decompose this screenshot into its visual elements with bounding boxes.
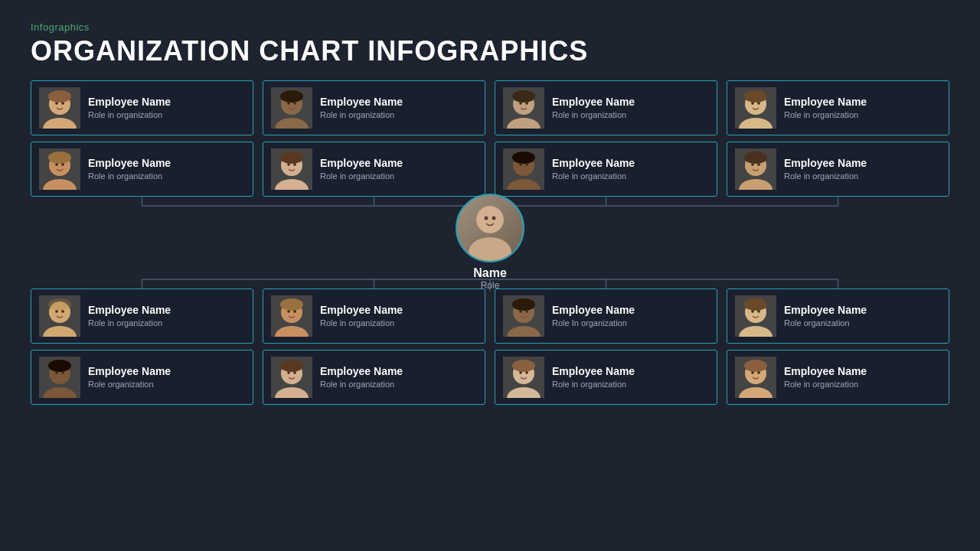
emp-role: Role in organization	[320, 318, 477, 328]
emp-avatar	[735, 148, 776, 190]
svg-point-53	[751, 102, 754, 105]
svg-point-24	[61, 163, 64, 166]
emp-avatar	[503, 148, 544, 190]
svg-point-111	[744, 360, 767, 372]
bottom-column-2: Employee NameRole In organization Employ…	[495, 289, 717, 405]
svg-point-42	[525, 102, 528, 105]
bottom-section: Employee NameRole in organization Employ…	[31, 289, 949, 405]
emp-avatar	[39, 357, 80, 398]
emp-name: Employee Name	[552, 304, 709, 317]
svg-point-29	[287, 102, 290, 105]
emp-info: Employee NameRole in organization	[88, 96, 245, 119]
emp-info: Employee NameRole in organization	[320, 304, 477, 328]
svg-point-83	[293, 310, 296, 313]
emp-avatar	[271, 87, 312, 129]
emp-role: Role organization	[784, 318, 941, 328]
center-avatar-svg	[457, 195, 523, 261]
emp-role: Role in organization	[784, 171, 941, 181]
emp-role: Role in organization	[320, 110, 477, 119]
emp-info: Employee NameRole In organization	[552, 304, 709, 328]
svg-point-18	[61, 102, 64, 105]
emp-info: Employee NameRole in organization	[552, 96, 709, 119]
svg-point-62	[469, 237, 511, 261]
emp-name: Employee Name	[784, 304, 941, 317]
emp-role: Role in organization	[552, 171, 709, 181]
emp-avatar	[735, 295, 776, 337]
svg-point-69	[48, 298, 71, 311]
top-column-2: Employee NameRole in organization Employ…	[495, 80, 717, 197]
header: Infographics ORGANIZATION CHART INFOGRAP…	[31, 21, 949, 67]
center-avatar	[456, 194, 524, 262]
svg-point-41	[519, 102, 522, 105]
emp-info: Employee NameRole in organization	[784, 157, 941, 181]
emp-info: Employee NameRole in organization	[320, 96, 477, 119]
emp-card: Employee NameRole organization	[727, 289, 949, 344]
svg-point-75	[48, 360, 71, 372]
svg-point-105	[744, 298, 767, 311]
emp-role: Role in organization	[88, 318, 245, 328]
svg-point-59	[751, 163, 754, 166]
svg-point-70	[55, 310, 58, 313]
emp-avatar	[503, 87, 544, 129]
emp-info: Employee NameRole organization	[88, 365, 245, 389]
emp-role: Role organization	[88, 380, 245, 389]
svg-point-35	[287, 163, 290, 166]
emp-name: Employee Name	[320, 365, 477, 378]
top-column-0: Employee NameRole in organization Employ…	[31, 80, 253, 197]
emp-card: Employee NameRole In organization	[495, 289, 717, 344]
center-area: Name Role	[31, 197, 949, 289]
emp-name: Employee Name	[320, 304, 477, 317]
emp-name: Employee Name	[88, 157, 245, 170]
svg-point-81	[280, 298, 303, 311]
svg-point-76	[55, 371, 58, 374]
svg-point-106	[751, 310, 754, 313]
emp-name: Employee Name	[552, 96, 709, 109]
emp-avatar	[271, 357, 312, 398]
top-column-1: Employee NameRole in organization Employ…	[263, 80, 485, 197]
emp-info: Employee NameRole in organization	[784, 96, 941, 119]
emp-info: Employee NameRole in organization	[320, 157, 477, 181]
emp-name: Employee Name	[552, 365, 709, 378]
svg-point-89	[293, 371, 296, 374]
svg-point-113	[757, 371, 760, 374]
svg-point-65	[492, 217, 496, 220]
emp-info: Employee NameRole in organization	[88, 157, 245, 181]
page: Infographics ORGANIZATION CHART INFOGRAP…	[0, 0, 980, 551]
svg-point-60	[757, 163, 760, 166]
svg-point-52	[744, 90, 767, 103]
emp-avatar	[735, 87, 776, 129]
svg-point-48	[525, 163, 528, 166]
emp-avatar	[39, 148, 80, 190]
svg-point-16	[48, 90, 71, 103]
svg-point-54	[757, 102, 760, 105]
svg-point-58	[744, 152, 767, 164]
svg-point-40	[512, 90, 535, 103]
emp-role: Role in organization	[320, 171, 477, 181]
emp-card: Employee NameRole organization	[31, 350, 253, 405]
center-node: Name Role	[456, 194, 524, 291]
emp-avatar	[503, 295, 544, 337]
svg-point-22	[48, 152, 71, 164]
emp-name: Employee Name	[552, 157, 709, 170]
emp-name: Employee Name	[88, 304, 245, 317]
svg-point-36	[293, 163, 296, 166]
emp-info: Employee NameRole in organization	[552, 365, 709, 389]
emp-info: Employee NameRole in organization	[784, 365, 941, 389]
svg-point-93	[512, 298, 535, 311]
svg-point-47	[519, 163, 522, 166]
svg-point-82	[287, 310, 290, 313]
svg-point-46	[512, 152, 535, 164]
emp-role: Role in organization	[88, 110, 245, 119]
emp-avatar	[39, 295, 80, 337]
emp-info: Employee NameRole in organization	[552, 157, 709, 181]
emp-role: Role in organization	[552, 380, 709, 389]
emp-name: Employee Name	[320, 157, 477, 170]
org-chart: Employee NameRole in organization Employ…	[31, 80, 949, 405]
svg-point-101	[525, 371, 528, 374]
svg-point-63	[477, 207, 503, 233]
emp-role: Role In organization	[552, 318, 709, 328]
emp-name: Employee Name	[88, 365, 245, 378]
bottom-column-0: Employee NameRole in organization Employ…	[31, 289, 253, 405]
emp-name: Employee Name	[784, 157, 941, 170]
emp-card: Employee NameRole in organization	[727, 80, 949, 135]
